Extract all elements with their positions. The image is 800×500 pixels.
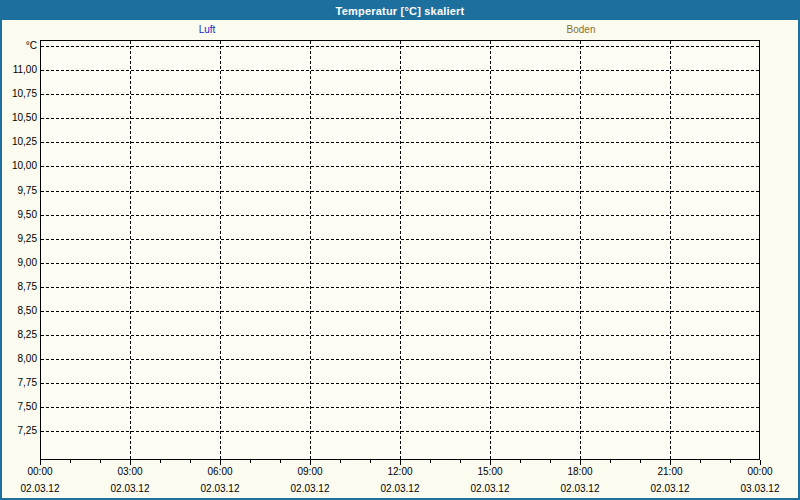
v-gridline: [670, 41, 671, 459]
legend-luft: Luft: [199, 24, 216, 36]
x-axis-minor-tick: [280, 460, 281, 463]
x-axis-minor-tick: [550, 460, 551, 463]
y-axis-tick-label: 10,25: [3, 136, 37, 148]
chart-window: Temperatur [°C] skaliert Luft Boden °C11…: [0, 0, 800, 500]
v-gridline: [220, 41, 221, 459]
x-axis-time-label: 06:00: [175, 466, 265, 478]
x-axis-date-label: 02.03.12: [355, 483, 445, 495]
x-axis-minor-tick: [340, 460, 341, 463]
y-axis-tick-label: 9,25: [3, 233, 37, 245]
x-axis-minor-tick: [460, 460, 461, 463]
x-axis-minor-tick: [370, 460, 371, 463]
v-gridline: [400, 41, 401, 459]
x-axis-time-label: 00:00: [0, 466, 85, 478]
y-axis-tick-label: 9,75: [3, 185, 37, 197]
x-axis-minor-tick: [520, 460, 521, 463]
x-axis-minor-tick: [100, 460, 101, 463]
y-axis-tick-label: 8,25: [3, 329, 37, 341]
v-gridline: [580, 41, 581, 459]
y-axis-tick-label: 11,00: [3, 64, 37, 76]
x-axis-time-label: 00:00: [715, 466, 800, 478]
y-axis-tick-label: 9,50: [3, 209, 37, 221]
x-axis-major-tick: [580, 460, 581, 465]
x-axis-date-label: 02.03.12: [0, 483, 85, 495]
x-axis-major-tick: [490, 460, 491, 465]
y-axis-tick-label: 7,75: [3, 377, 37, 389]
x-axis-time-label: 12:00: [355, 466, 445, 478]
y-axis-unit-label: °C: [3, 40, 37, 52]
x-axis-minor-tick: [430, 460, 431, 463]
x-axis-date-label: 02.03.12: [625, 483, 715, 495]
x-axis-major-tick: [40, 460, 41, 465]
v-gridline: [130, 41, 131, 459]
y-axis-tick-label: 8,75: [3, 281, 37, 293]
x-axis-major-tick: [400, 460, 401, 465]
x-axis-date-label: 03.03.12: [715, 483, 800, 495]
v-gridline: [310, 41, 311, 459]
chart-title: Temperatur [°C] skaliert: [2, 2, 798, 20]
x-axis-time-label: 18:00: [535, 466, 625, 478]
x-axis-minor-tick: [160, 460, 161, 463]
y-axis-tick-label: 7,50: [3, 401, 37, 413]
v-gridline: [490, 41, 491, 459]
x-axis-date-label: 02.03.12: [85, 483, 175, 495]
x-axis-time-label: 21:00: [625, 466, 715, 478]
y-axis-tick-label: 10,75: [3, 88, 37, 100]
y-axis-tick-label: 10,50: [3, 112, 37, 124]
x-axis-date-label: 02.03.12: [445, 483, 535, 495]
x-axis-minor-tick: [640, 460, 641, 463]
legend-boden: Boden: [567, 24, 596, 36]
y-axis-tick-label: 8,50: [3, 305, 37, 317]
x-axis-major-tick: [130, 460, 131, 465]
x-axis-date-label: 02.03.12: [265, 483, 355, 495]
x-axis-date-label: 02.03.12: [175, 483, 265, 495]
x-axis-minor-tick: [250, 460, 251, 463]
x-axis-major-tick: [760, 460, 761, 465]
x-axis-date-label: 02.03.12: [535, 483, 625, 495]
x-axis-major-tick: [220, 460, 221, 465]
y-axis-tick-label: 9,00: [3, 257, 37, 269]
x-axis-minor-tick: [700, 460, 701, 463]
x-axis-minor-tick: [190, 460, 191, 463]
x-axis-minor-tick: [70, 460, 71, 463]
x-axis-minor-tick: [730, 460, 731, 463]
x-axis-time-label: 09:00: [265, 466, 355, 478]
x-axis-major-tick: [670, 460, 671, 465]
x-axis-minor-tick: [610, 460, 611, 463]
x-axis-time-label: 03:00: [85, 466, 175, 478]
y-axis-tick-label: 7,25: [3, 425, 37, 437]
x-axis-time-label: 15:00: [445, 466, 535, 478]
y-axis-tick-label: 8,00: [3, 353, 37, 365]
plot-area: [40, 40, 760, 460]
x-axis-major-tick: [310, 460, 311, 465]
y-axis-tick-label: 10,00: [3, 160, 37, 172]
